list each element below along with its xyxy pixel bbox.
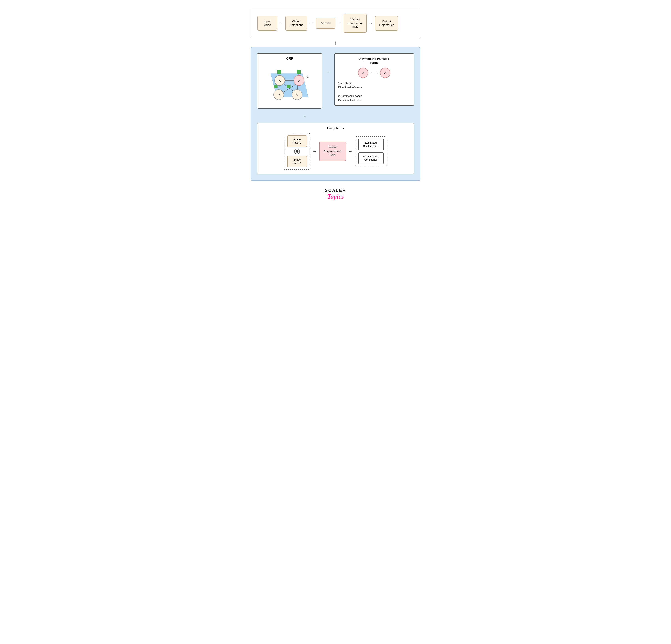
pipeline-to-blue-arrow: ↓ bbox=[334, 38, 337, 47]
svg-text:G: G bbox=[307, 75, 309, 78]
displacement-confidence-node: DisplacementConfidence bbox=[358, 152, 384, 164]
crf-box: CRF bbox=[257, 53, 322, 109]
input-dashed-group: ImagePatch 1 ⊕ ImagePatch 1 bbox=[284, 133, 310, 170]
image-patch-1-node: ImagePatch 1 bbox=[287, 135, 307, 147]
unary-box: Unary Terms ImagePatch 1 ⊕ ImagePatch 1 … bbox=[257, 123, 414, 174]
svg-rect-8 bbox=[287, 85, 290, 88]
blue-section: CRF bbox=[251, 47, 420, 181]
svg-text:↗: ↗ bbox=[277, 93, 280, 97]
pipeline-arrow-4: → bbox=[367, 21, 375, 26]
svg-text:↙: ↙ bbox=[297, 78, 301, 83]
crf-to-asymmetric-arrow: → bbox=[326, 53, 330, 74]
asymmetric-arrows-row: ↗ ←→ ↙ bbox=[338, 68, 410, 78]
crf-to-unary-arrow: ↓ bbox=[196, 112, 414, 119]
pipeline-node-visual-assignment-cnn: Visual-assignmentCNN bbox=[344, 14, 367, 33]
asymmetric-list: 1.size-basedDirectional Influence 2.Conf… bbox=[338, 81, 410, 102]
asymmetric-item-2: 2.Confidence-basedDirectional influence bbox=[338, 94, 410, 102]
crf-diagram-svg: ↘ ↙ ↗ ↘ G bbox=[264, 63, 315, 104]
svg-text:↘: ↘ bbox=[296, 93, 299, 97]
unary-title: Unary Terms bbox=[327, 126, 344, 130]
crf-svg-wrapper: ↘ ↙ ↗ ↘ G bbox=[261, 63, 318, 104]
blue-top-row: CRF bbox=[257, 53, 414, 109]
main-wrapper: InputVideo → ObjectDetections → DCCRF → … bbox=[251, 8, 420, 200]
scaler-footer: SCALER Topics bbox=[325, 188, 346, 200]
output-dashed-group: EstimatedDisplacement DisplacementConfid… bbox=[355, 136, 387, 166]
input-to-vdcnn-arrow: → bbox=[313, 149, 317, 154]
scaler-topics-label: Topics bbox=[327, 193, 344, 200]
double-arrow: ←→ bbox=[370, 70, 379, 75]
arrow-circle-right: ↙ bbox=[380, 68, 390, 78]
svg-rect-9 bbox=[274, 85, 277, 88]
pipeline-node-dccrf: DCCRF bbox=[316, 18, 335, 29]
pipeline-arrow-3: → bbox=[335, 21, 344, 26]
svg-text:↘: ↘ bbox=[278, 78, 281, 83]
pipeline-node-output-trajectories: OutputTrajectories bbox=[375, 16, 398, 30]
vd-cnn-node: VisualDisplacementCNN bbox=[319, 141, 346, 161]
crf-title: CRF bbox=[287, 57, 293, 60]
pipeline-node-object-detections: ObjectDetections bbox=[286, 16, 307, 30]
asymmetric-title: Asymmetric PairwiseTerms bbox=[338, 57, 410, 64]
pipeline-box: InputVideo → ObjectDetections → DCCRF → … bbox=[251, 8, 420, 38]
pipeline-node-input-video: InputVideo bbox=[257, 16, 277, 30]
svg-rect-7 bbox=[297, 70, 301, 74]
estimated-displacement-node: EstimatedDisplacement bbox=[358, 139, 384, 150]
unary-row: ImagePatch 1 ⊕ ImagePatch 1 → VisualDisp… bbox=[261, 133, 410, 170]
arrow-circle-left: ↗ bbox=[358, 68, 368, 78]
scaler-brand-title: SCALER bbox=[325, 188, 346, 193]
asymmetric-box: Asymmetric PairwiseTerms ↗ ←→ ↙ 1.size-b… bbox=[334, 53, 414, 106]
asymmetric-item-1: 1.size-basedDirectional Influence bbox=[338, 81, 410, 90]
pipeline-arrow-2: → bbox=[307, 21, 316, 26]
plus-symbol: ⊕ bbox=[294, 149, 300, 154]
image-patch-2-node: ImagePatch 1 bbox=[287, 156, 307, 168]
pipeline-arrow-1: → bbox=[277, 21, 286, 26]
vdcnn-to-output-arrow: → bbox=[348, 149, 353, 154]
svg-rect-6 bbox=[277, 70, 281, 74]
